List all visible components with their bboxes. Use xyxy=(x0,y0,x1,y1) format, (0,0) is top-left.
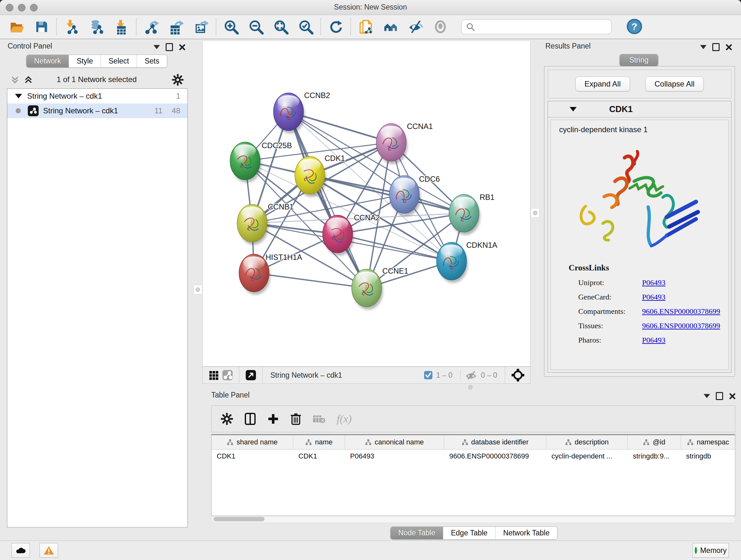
control-panel-collapse-icon[interactable] xyxy=(153,45,160,49)
results-panel-close-icon[interactable] xyxy=(725,44,732,51)
search-container xyxy=(461,19,611,34)
node-CCNB1[interactable]: CCNB1 xyxy=(237,202,293,245)
table-cell[interactable]: cyclin-dependent ... xyxy=(546,449,628,463)
edge-HIST1H1A-CCNE1[interactable] xyxy=(254,273,367,288)
crosslink-link[interactable]: P06493 xyxy=(642,278,665,287)
node-HIST1H1A[interactable]: HIST1H1A xyxy=(239,253,302,295)
graphics-details-button[interactable] xyxy=(382,18,399,35)
hidden-eye-slash-icon[interactable] xyxy=(465,370,478,381)
cloud-status-button[interactable] xyxy=(11,543,30,558)
table-panel-float-icon[interactable] xyxy=(716,392,723,400)
table-cell[interactable]: CDK1 xyxy=(293,449,345,463)
table-options-gear-icon[interactable] xyxy=(220,413,233,425)
import-table-button[interactable] xyxy=(113,18,130,35)
table-cell[interactable]: stringdb:9... xyxy=(628,449,681,463)
bottom-splitter-handle[interactable] xyxy=(466,385,475,390)
import-network-button[interactable] xyxy=(63,18,80,35)
column-header-description[interactable]: description xyxy=(546,435,628,449)
network-edge-count: 48 xyxy=(172,106,180,115)
tab-network-table[interactable]: Network Table xyxy=(495,527,557,539)
tab-node-table[interactable]: Node Table xyxy=(391,527,443,539)
fit-selected-crosshair-icon[interactable] xyxy=(510,367,526,383)
table-cell[interactable]: stringdb xyxy=(681,449,735,463)
entry-header[interactable]: CDK1 xyxy=(548,101,731,118)
node-CDKN1A[interactable]: CDKN1A xyxy=(436,241,497,283)
entry-disclosure-icon[interactable] xyxy=(569,107,577,111)
scrollbar-thumb[interactable] xyxy=(213,517,265,521)
column-header-name[interactable]: name xyxy=(293,435,345,449)
table-panel-collapse-icon[interactable] xyxy=(704,394,710,398)
node-CCNB2[interactable]: CCNB2 xyxy=(273,91,330,133)
results-panel-collapse-icon[interactable] xyxy=(700,45,706,49)
right-splitter-handle[interactable] xyxy=(531,208,540,218)
left-splitter-handle[interactable] xyxy=(193,285,202,294)
export-network-button[interactable] xyxy=(143,18,159,35)
tab-sets[interactable]: Sets xyxy=(137,55,167,67)
node-CCNE1[interactable]: CCNE1 xyxy=(352,266,408,310)
tab-style[interactable]: Style xyxy=(69,55,101,67)
network-share-view-icon[interactable] xyxy=(220,368,234,382)
network-canvas[interactable]: CCNB2CCNA1CDC25BCDK1CDC6RB1CCNB1CCNA2CDK… xyxy=(202,41,530,367)
import-database-button[interactable] xyxy=(88,18,105,35)
birds-eye-view-icon[interactable] xyxy=(244,368,258,382)
column-header-namespac[interactable]: namespac xyxy=(681,435,735,449)
column-header-database-identifier[interactable]: database identifier xyxy=(444,435,546,449)
edge-CCNA2-CDKN1A[interactable] xyxy=(338,234,452,261)
expand-all-button[interactable]: Expand All xyxy=(576,77,630,91)
memory-button[interactable]: Memory xyxy=(692,543,729,558)
zoom-out-button[interactable] xyxy=(248,18,264,35)
tab-select[interactable]: Select xyxy=(101,55,137,67)
selected-checkbox-icon[interactable] xyxy=(423,370,433,380)
collapse-all-button[interactable]: Collapse All xyxy=(645,77,704,91)
collection-disclosure-icon[interactable] xyxy=(15,94,22,98)
results-panel-float-icon[interactable] xyxy=(712,43,720,51)
export-image-button[interactable] xyxy=(193,18,209,35)
create-column-plus-icon[interactable] xyxy=(267,413,279,425)
node-CCNA2[interactable]: CCNA2 xyxy=(323,213,380,256)
search-input[interactable] xyxy=(461,19,611,34)
table-row[interactable]: CDK1CDK1P064939606.ENSP00000378699cyclin… xyxy=(212,449,735,463)
crosslink-link[interactable]: 9606.ENSP00000378699 xyxy=(642,307,720,316)
zoom-fit-button[interactable] xyxy=(273,18,289,35)
column-header--id[interactable]: @id xyxy=(628,435,681,449)
grid-view-icon[interactable] xyxy=(207,368,220,382)
control-panel-close-icon[interactable] xyxy=(179,44,186,51)
show-selected-button[interactable] xyxy=(432,18,449,35)
table-horizontal-scrollbar[interactable] xyxy=(211,516,735,523)
tab-edge-table[interactable]: Edge Table xyxy=(443,527,495,539)
table-cell[interactable]: 9606.ENSP00000378699 xyxy=(444,449,546,463)
node-RB1[interactable]: RB1 xyxy=(449,193,495,235)
refresh-button[interactable] xyxy=(327,18,344,35)
tab-network[interactable]: Network xyxy=(26,55,69,67)
network-collection-row[interactable]: String Network – cdk1 1 xyxy=(7,89,187,104)
hide-selected-button[interactable] xyxy=(407,18,424,35)
show-columns-icon[interactable] xyxy=(244,413,256,425)
delete-column-trash-icon[interactable] xyxy=(290,413,301,425)
warnings-button[interactable] xyxy=(40,543,58,558)
save-button[interactable] xyxy=(33,18,50,35)
control-panel-float-icon[interactable] xyxy=(165,43,173,51)
help-button[interactable]: ? xyxy=(626,18,643,36)
table-panel-close-icon[interactable] xyxy=(729,393,736,400)
network-row[interactable]: String Network – cdk1 11 48 xyxy=(7,104,187,118)
new-network-from-selection-button[interactable] xyxy=(357,18,374,35)
zoom-selected-icon xyxy=(298,19,313,35)
network-options-gear-icon[interactable] xyxy=(172,74,184,86)
table-cell[interactable]: CDK1 xyxy=(212,449,293,463)
edge-CCNB2-CCNE1[interactable] xyxy=(288,112,367,288)
tab-string[interactable]: String xyxy=(620,54,658,66)
zoom-in-button[interactable] xyxy=(223,18,239,35)
crosslinks-title: CrossLinks xyxy=(569,263,728,273)
column-header-canonical-name[interactable]: canonical name xyxy=(345,435,444,449)
open-button[interactable] xyxy=(8,18,25,35)
crosslink-link[interactable]: P06493 xyxy=(642,293,665,301)
table-cell[interactable]: P06493 xyxy=(345,449,444,463)
crosslink-link[interactable]: P06493 xyxy=(642,336,665,345)
node-CDK1[interactable]: CDK1 xyxy=(295,154,345,197)
column-header-shared-name[interactable]: shared name xyxy=(212,435,293,449)
crosslink-link[interactable]: 9606.ENSP00000378699 xyxy=(642,321,720,330)
zoom-selected-button[interactable] xyxy=(297,18,314,35)
export-table-button[interactable] xyxy=(168,18,185,35)
node-CCNA1[interactable]: CCNA1 xyxy=(376,122,433,164)
node-CDC25B[interactable]: CDC25B xyxy=(230,141,292,183)
